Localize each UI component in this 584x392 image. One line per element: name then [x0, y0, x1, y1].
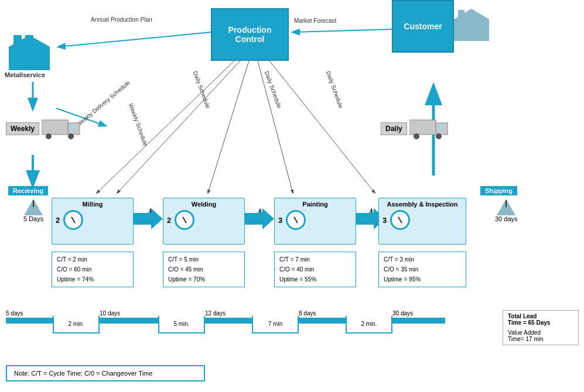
welding-operators: 2 — [167, 216, 171, 225]
total-lead-label: Total Lead Time = 65 Days — [508, 313, 573, 326]
tl-min-0: 2 min. — [68, 321, 84, 327]
tl-days-0: 5 days — [6, 310, 23, 317]
painting-operators: 3 — [278, 216, 282, 225]
svg-rect-11 — [9, 47, 50, 70]
welding-stats: C/T = 5 min C/O = 45 min Uptime = 70% — [163, 252, 245, 287]
weekly-label: Weekly — [6, 122, 39, 135]
painting-stats: C/T = 7 min C/O = 40 min Uptime = 55% — [274, 252, 356, 287]
svg-line-0 — [293, 29, 392, 32]
svg-line-8 — [258, 61, 293, 193]
totals-box: Total Lead Time = 65 Days Value Added Ti… — [503, 310, 579, 345]
daily-truck-icon — [409, 117, 450, 140]
svg-rect-13 — [13, 35, 22, 46]
tl-days-3: 8 days — [299, 310, 316, 317]
tl-days-2: 12 days — [205, 310, 226, 317]
painting-uptime: Uptime = 55% — [279, 274, 351, 284]
welding-ct: C/T = 5 min — [168, 255, 240, 264]
welding-to-painting-arrow — [245, 208, 274, 231]
customer-label: Customer — [404, 22, 442, 31]
assembly-uptime: Uptime = 95% — [384, 274, 461, 284]
customer-box: Customer — [392, 0, 454, 53]
welding-uptime: Uptime = 70% — [168, 274, 240, 284]
timeline-container: 5 days 2 min. 10 days 5 min. 12 days 7 m… — [6, 310, 492, 328]
svg-rect-18 — [468, 10, 474, 19]
shipping-label: Shipping — [480, 186, 517, 195]
tl-days-4: 30 days — [392, 310, 413, 317]
note-box: Note: C/T = Cycle Time; C/0 = Changeover… — [6, 365, 205, 381]
daily-schedule-label-3: Daily Schedule — [325, 70, 344, 109]
milling-to-welding-arrow — [134, 208, 163, 231]
svg-line-5 — [97, 61, 234, 193]
daily-schedule-label-1: Daily Schedule — [192, 70, 211, 109]
assembly-operators: 3 — [382, 216, 387, 225]
milling-uptime: Uptime = 74% — [57, 274, 128, 284]
weekly-delivery-schedule-label: Weekly Delivery Schedule — [75, 79, 131, 128]
svg-rect-17 — [458, 10, 465, 19]
milling-co: C/O = 60 min — [57, 264, 128, 274]
painting-dial — [286, 210, 306, 230]
milling-ct: C/T = 2 min — [57, 255, 128, 264]
milling-stats: C/T = 2 min C/O = 60 min Uptime = 74% — [52, 252, 134, 287]
assembly-stats: C/T = 3 min C/O = 35 min Uptime = 95% — [378, 252, 466, 287]
milling-label: Milling — [56, 201, 129, 208]
welding-label: Welding — [167, 201, 241, 208]
welding-co: C/O = 45 min — [168, 264, 240, 274]
customer-factory-icon — [454, 9, 489, 42]
daily-label: Daily — [381, 122, 407, 135]
svg-rect-26 — [438, 125, 443, 129]
shipping-container: Shipping — [480, 186, 517, 195]
painting-label: Painting — [278, 201, 352, 208]
svg-point-22 — [46, 133, 52, 139]
prod-control-label: Production Control — [228, 25, 272, 44]
receiving-container: Recieving — [8, 186, 48, 195]
svg-line-7 — [208, 61, 249, 193]
svg-rect-19 — [42, 120, 68, 135]
factory-icon — [9, 35, 50, 71]
milling-dial — [63, 210, 83, 230]
daily-schedule-label-2: Daily Schedule — [264, 70, 283, 109]
weekly-truck-container: Weekly — [6, 117, 83, 140]
value-added-label: Value Added Time= 17 min — [508, 329, 573, 342]
production-control-box: Production Control — [211, 8, 289, 61]
assembly-co: C/O = 35 min — [384, 264, 461, 274]
daily-truck-container: Daily — [381, 117, 450, 140]
svg-line-9 — [269, 61, 375, 193]
svg-point-28 — [436, 133, 442, 139]
svg-rect-15 — [454, 19, 489, 41]
welding-process-box: Welding 2 — [163, 198, 245, 245]
note-text: Note: C/T = Cycle Time; C/0 = Changeover… — [14, 370, 152, 377]
tl-days-1: 10 days — [100, 310, 120, 317]
svg-point-27 — [414, 133, 419, 139]
annual-plan-label: Annual Production Plan — [91, 16, 152, 23]
milling-process-box: Milling 2 — [52, 198, 134, 245]
svg-point-23 — [68, 133, 74, 139]
svg-marker-29 — [134, 208, 163, 229]
assembly-dial — [390, 210, 410, 230]
metallservice-label: Metallservice — [5, 71, 45, 78]
svg-rect-21 — [70, 125, 76, 129]
receiving-days-container: 5 Days — [23, 199, 43, 222]
weekly-schedule-label: Weekly Schedule — [128, 102, 149, 147]
receiving-label: Recieving — [8, 186, 48, 195]
painting-co: C/O = 40 min — [279, 264, 351, 274]
svg-rect-24 — [409, 120, 436, 135]
welding-dial — [175, 210, 194, 230]
svg-rect-14 — [25, 35, 33, 46]
shipping-days: 30 days — [495, 215, 518, 222]
tl-min-1: 5 min. — [173, 321, 189, 327]
market-forecast-label: Market Forecast — [294, 18, 336, 24]
assembly-ct: C/T = 3 min — [384, 255, 461, 264]
assembly-label: Assembly & Inspection — [382, 201, 462, 208]
tl-min-3: 2 min. — [361, 321, 377, 327]
painting-process-box: Painting 3 — [274, 198, 356, 245]
shipping-days-container: 30 days — [495, 199, 518, 222]
svg-marker-30 — [245, 208, 274, 229]
assembly-process-box: Assembly & Inspection 3 — [378, 198, 466, 245]
svg-line-1 — [59, 32, 211, 47]
weekly-truck-icon — [42, 117, 83, 140]
tl-min-2: 7 min — [268, 321, 282, 327]
milling-operators: 2 — [56, 216, 60, 225]
receiving-days: 5 Days — [23, 215, 43, 222]
painting-ct: C/T = 7 min — [279, 255, 351, 264]
